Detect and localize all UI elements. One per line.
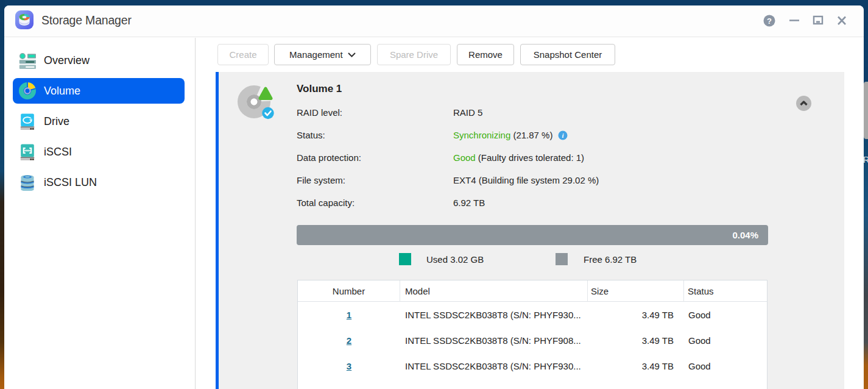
svg-text:?: ? [767, 16, 772, 26]
